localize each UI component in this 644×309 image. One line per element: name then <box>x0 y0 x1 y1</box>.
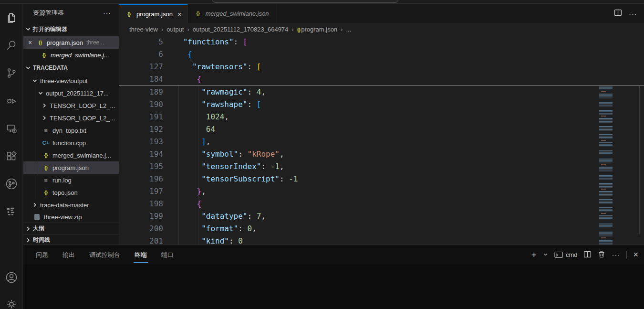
split-editor-icon[interactable] <box>614 9 622 18</box>
breadcrumb-separator: › <box>187 26 189 33</box>
timeline-section-header[interactable]: 时间线 <box>23 234 119 245</box>
tab-merged-swimlane-json[interactable]: {} merged_swimlane.json <box>188 4 275 23</box>
breadcrumb-separator: › <box>341 26 343 33</box>
panel-more-actions-icon[interactable]: ··· <box>612 251 620 259</box>
sidebar-title: 资源管理器 <box>33 9 64 17</box>
code-editor[interactable]: 189 "rawmagic": 4, 190 "rawshape": [ 191… <box>119 86 644 245</box>
json-file-icon: {} <box>42 165 50 170</box>
sticky-scroll[interactable]: 5 "functions": [ 6 { 127 "rawtensors": [… <box>119 36 644 86</box>
sticky-line: 6 { <box>119 48 644 61</box>
json-file-icon: {} <box>36 40 44 45</box>
tree-indent-guide <box>38 75 38 199</box>
json-file-icon: {} <box>125 11 133 17</box>
git-graph-icon[interactable] <box>0 172 23 195</box>
close-icon[interactable]: × <box>177 10 182 18</box>
activity-bar <box>0 4 23 309</box>
json-file-icon: {} <box>194 11 202 16</box>
custom-extension-icon[interactable] <box>0 200 23 223</box>
divider <box>626 251 627 259</box>
tracedata-section-header[interactable]: TRACEDATA <box>23 61 119 75</box>
panel-tab-debug-console[interactable]: 调试控制台 <box>88 249 121 261</box>
json-file-icon: {} <box>42 190 50 195</box>
panel-tab-ports[interactable]: 端口 <box>160 249 175 261</box>
sidebar-more-actions-icon[interactable]: ··· <box>103 9 111 17</box>
panel-tab-terminal[interactable]: 终端 <box>134 249 148 261</box>
explorer-icon[interactable] <box>0 6 23 29</box>
chevron-right-icon <box>25 237 31 243</box>
close-panel-icon[interactable]: × <box>633 250 638 260</box>
tree-item-trace-data-master[interactable]: trace-data-master <box>23 199 119 211</box>
run-debug-icon[interactable] <box>0 89 23 112</box>
terminal-profile-cmd[interactable]: cmd <box>554 251 578 258</box>
zip-file-icon <box>34 214 40 220</box>
breadcrumb-separator: › <box>291 26 293 33</box>
text-file-icon: ≡ <box>42 177 50 184</box>
title-bar <box>0 0 644 4</box>
open-editor-merged-swimlane[interactable]: {} merged_swimlane.j... <box>23 49 119 61</box>
open-editor-program-json[interactable]: × {} program.json three... <box>23 36 119 49</box>
chevron-down-icon[interactable] <box>543 251 548 258</box>
chevron-right-icon <box>25 226 31 232</box>
extensions-icon[interactable] <box>0 145 23 168</box>
settings-gear-icon[interactable] <box>0 293 23 309</box>
outline-section-header[interactable]: 大纲 <box>23 223 119 234</box>
breadcrumb[interactable]: three-view › output › output_20251112_17… <box>119 23 644 36</box>
panel-tab-problems[interactable]: 问题 <box>35 249 49 261</box>
sidebar-title-row: 资源管理器 ··· <box>23 4 119 22</box>
indent-guide <box>178 86 179 245</box>
bottom-panel: 问题 输出 调试控制台 终端 端口 + cmd ··· × <box>23 245 644 309</box>
remote-explorer-icon[interactable] <box>0 117 23 140</box>
vscode-window: 资源管理器 ··· 打开的编辑器 × {} program.json three… <box>0 0 644 309</box>
split-terminal-icon[interactable] <box>583 250 592 260</box>
kill-terminal-trash-icon[interactable] <box>598 250 605 260</box>
close-icon[interactable]: × <box>28 39 36 46</box>
text-file-icon: ≡ <box>42 127 50 134</box>
chevron-down-icon <box>25 26 31 32</box>
terminal-output-area[interactable] <box>23 265 644 309</box>
cpp-file-icon: C+ <box>42 140 50 146</box>
new-terminal-icon[interactable]: + <box>531 250 537 260</box>
terminal-icon <box>554 251 563 258</box>
chevron-down-icon <box>38 90 43 96</box>
command-center-searchbox[interactable] <box>212 0 398 3</box>
tree-item-three-view-zip[interactable]: three-view.zip <box>23 211 119 223</box>
panel-header: 问题 输出 调试控制台 终端 端口 + cmd ··· × <box>23 245 644 265</box>
chevron-right-icon <box>42 115 47 121</box>
json-file-icon: {} <box>40 52 48 58</box>
panel-tab-output[interactable]: 输出 <box>62 249 76 261</box>
chevron-right-icon <box>42 103 47 108</box>
indent-guide <box>198 86 198 245</box>
open-editors-header[interactable]: 打开的编辑器 <box>23 22 119 36</box>
source-control-icon[interactable] <box>0 62 23 85</box>
sticky-line: 184 { <box>119 73 644 85</box>
chevron-down-icon <box>25 65 31 71</box>
search-icon[interactable] <box>0 34 23 57</box>
sticky-line: 5 "functions": [ <box>119 36 644 48</box>
chevron-right-icon <box>32 202 38 208</box>
editor-area: {} program.json × {} merged_swimlane.jso… <box>119 4 644 245</box>
explorer-sidebar: 资源管理器 ··· 打开的编辑器 × {} program.json three… <box>23 4 119 245</box>
breadcrumb-separator: › <box>161 26 163 33</box>
chevron-down-icon <box>32 78 38 84</box>
editor-tab-bar: {} program.json × {} merged_swimlane.jso… <box>119 4 644 23</box>
editor-more-actions-icon[interactable]: ··· <box>629 10 637 18</box>
json-file-icon: {} <box>297 27 301 32</box>
json-file-icon: {} <box>42 152 50 158</box>
tab-program-json[interactable]: {} program.json × <box>119 4 188 23</box>
account-icon[interactable] <box>0 266 23 289</box>
sticky-line: 127 "rawtensors": [ <box>119 61 644 73</box>
